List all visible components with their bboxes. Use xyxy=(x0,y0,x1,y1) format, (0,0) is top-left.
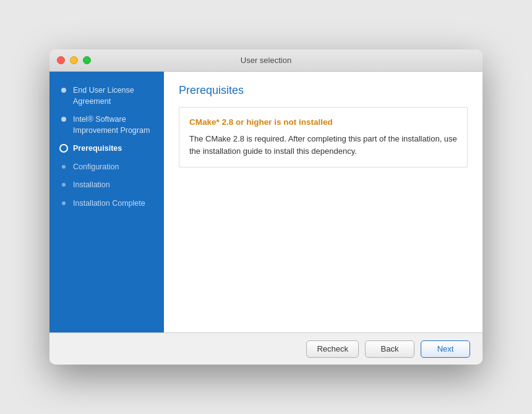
sidebar: End User License Agreement Intel® Softwa… xyxy=(49,72,164,332)
step-indicator-configuration xyxy=(59,163,68,171)
sidebar-label-complete: Installation Complete xyxy=(73,198,157,209)
step-dot xyxy=(62,165,66,169)
maximize-button[interactable] xyxy=(83,56,91,64)
step-dot xyxy=(61,117,66,122)
sidebar-item-complete[interactable]: Installation Complete xyxy=(49,195,164,213)
step-dot xyxy=(62,183,66,187)
close-button[interactable] xyxy=(57,56,65,64)
sidebar-item-prerequisites[interactable]: Prerequisites xyxy=(49,140,164,158)
step-indicator-complete xyxy=(59,199,68,208)
step-indicator-improvement xyxy=(59,115,68,124)
main-area: End User License Agreement Intel® Softwa… xyxy=(49,72,483,332)
content-inner: Prerequisites CMake* 2.8 or higher is no… xyxy=(164,72,483,332)
window-controls xyxy=(57,56,91,64)
sidebar-label-configuration: Configuration xyxy=(73,162,157,173)
content-title: Prerequisites xyxy=(179,84,468,97)
sidebar-label-eula: End User License Agreement xyxy=(73,85,157,107)
step-indicator-prerequisites xyxy=(59,144,68,153)
warning-body: The CMake 2.8 is required. After complet… xyxy=(189,133,457,157)
sidebar-label-installation: Installation xyxy=(73,180,157,191)
sidebar-item-eula[interactable]: End User License Agreement xyxy=(49,82,164,111)
step-circle xyxy=(59,144,68,153)
step-indicator-installation xyxy=(59,180,68,189)
warning-box: CMake* 2.8 or higher is not installed Th… xyxy=(179,107,468,167)
title-bar: User selection xyxy=(49,49,483,72)
sidebar-item-configuration[interactable]: Configuration xyxy=(49,158,164,177)
content-area: Prerequisites CMake* 2.8 or higher is no… xyxy=(164,72,483,332)
sidebar-label-improvement: Intel® Software Improvement Program xyxy=(73,114,157,136)
step-indicator-eula xyxy=(59,86,68,95)
step-dot xyxy=(62,201,66,205)
minimize-button[interactable] xyxy=(70,56,78,64)
recheck-button[interactable]: Recheck xyxy=(306,340,359,358)
step-dot xyxy=(61,88,66,93)
sidebar-item-improvement[interactable]: Intel® Software Improvement Program xyxy=(49,111,164,140)
window-title: User selection xyxy=(241,56,291,65)
next-button[interactable]: Next xyxy=(421,340,470,358)
sidebar-label-prerequisites: Prerequisites xyxy=(73,143,157,154)
footer: Recheck Back Next xyxy=(49,332,483,365)
warning-title: CMake* 2.8 or higher is not installed xyxy=(189,117,457,127)
back-button[interactable]: Back xyxy=(365,340,414,358)
installer-window: User selection End User License Agreemen… xyxy=(49,49,483,365)
sidebar-item-installation[interactable]: Installation xyxy=(49,176,164,195)
